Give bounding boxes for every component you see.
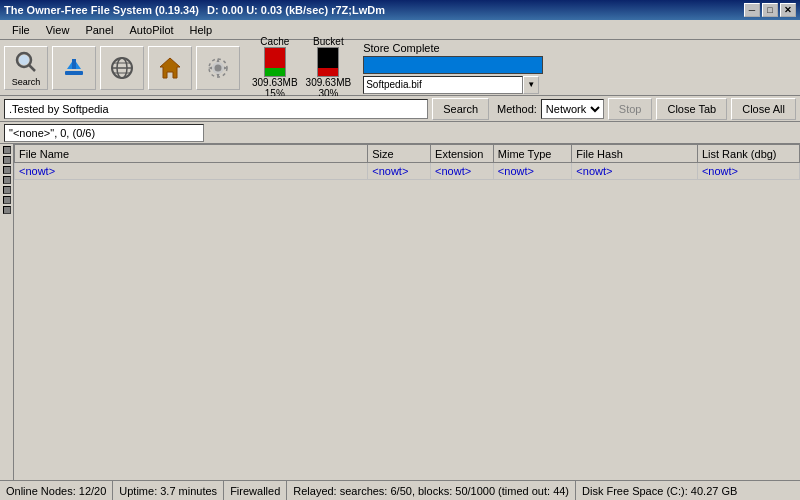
home-icon bbox=[157, 55, 183, 81]
method-label: Method: bbox=[497, 103, 537, 115]
status-uptime: Uptime: 3.7 minutes bbox=[113, 481, 224, 500]
cache-section: Cache 309.63MB 15% Bucket 309.63MB 30% bbox=[252, 36, 351, 99]
menu-panel[interactable]: Panel bbox=[77, 22, 121, 38]
search-button[interactable]: Search bbox=[432, 98, 489, 120]
stop-button[interactable]: Stop bbox=[608, 98, 653, 120]
status-bar: Online Nodes: 12/20 Uptime: 3.7 minutes … bbox=[0, 480, 800, 500]
col-header-size[interactable]: Size bbox=[368, 145, 431, 163]
globe-icon bbox=[109, 55, 135, 81]
method-select[interactable]: Network Local Both bbox=[541, 99, 604, 119]
sidebar-indicator-4 bbox=[3, 176, 11, 184]
menu-file[interactable]: File bbox=[4, 22, 38, 38]
title-bar-controls: ─ □ ✕ bbox=[744, 3, 796, 17]
svg-point-2 bbox=[19, 55, 29, 65]
title-bar: The Owner-Free File System (0.19.34) D: … bbox=[0, 0, 800, 20]
toolbar: Search bbox=[0, 40, 800, 96]
search-row: Search Method: Network Local Both Stop C… bbox=[0, 96, 800, 122]
col-header-filename[interactable]: File Name bbox=[15, 145, 368, 163]
toolbar-search-button[interactable]: Search bbox=[4, 46, 48, 90]
file-table-body: <nowt> <nowt> <nowt> <nowt> <nowt> <nowt… bbox=[15, 163, 800, 180]
toolbar-home-button[interactable] bbox=[148, 46, 192, 90]
cell-filename: <nowt> bbox=[15, 163, 368, 180]
cell-mime: <nowt> bbox=[493, 163, 572, 180]
menu-view[interactable]: View bbox=[38, 22, 78, 38]
store-dropdown-button[interactable]: ▼ bbox=[523, 76, 539, 94]
sidebar-indicator-1 bbox=[3, 146, 11, 154]
cache-bar bbox=[264, 47, 286, 77]
svg-point-15 bbox=[215, 64, 222, 71]
menu-autopilot[interactable]: AutoPilot bbox=[122, 22, 182, 38]
bucket-bar bbox=[317, 47, 339, 77]
sidebar-indicator-2 bbox=[3, 156, 11, 164]
svg-marker-11 bbox=[160, 58, 180, 78]
file-table: File Name Size Extension Mime Type File … bbox=[14, 144, 800, 180]
menu-bar: File View Panel AutoPilot Help bbox=[0, 20, 800, 40]
store-label: Store Complete bbox=[363, 42, 543, 54]
close-tab-button[interactable]: Close Tab bbox=[656, 98, 727, 120]
gear-icon bbox=[205, 55, 231, 81]
title-bar-left: The Owner-Free File System (0.19.34) D: … bbox=[4, 4, 385, 16]
cache-label: Cache bbox=[260, 36, 289, 47]
main-content: File Name Size Extension Mime Type File … bbox=[14, 144, 800, 480]
toolbar-download-button[interactable] bbox=[52, 46, 96, 90]
maximize-button[interactable]: □ bbox=[762, 3, 778, 17]
store-progress-bar bbox=[363, 56, 543, 74]
cell-extension: <nowt> bbox=[431, 163, 494, 180]
svg-line-1 bbox=[29, 65, 35, 71]
cell-hash: <nowt> bbox=[572, 163, 698, 180]
main-area: File Name Size Extension Mime Type File … bbox=[0, 144, 800, 480]
bucket-label: Bucket bbox=[313, 36, 344, 47]
table-row: <nowt> <nowt> <nowt> <nowt> <nowt> <nowt… bbox=[15, 163, 800, 180]
col-header-extension[interactable]: Extension bbox=[431, 145, 494, 163]
status-disk: Disk Free Space (C:): 40.27 GB bbox=[576, 481, 800, 500]
minimize-button[interactable]: ─ bbox=[744, 3, 760, 17]
cell-size: <nowt> bbox=[368, 163, 431, 180]
cache-size: 309.63MB bbox=[252, 77, 298, 88]
status-nodes: Online Nodes: 12/20 bbox=[0, 481, 113, 500]
bucket-size: 309.63MB bbox=[306, 77, 352, 88]
col-header-rank[interactable]: List Rank (dbg) bbox=[697, 145, 799, 163]
status-relayed: Relayed: searches: 6/50, blocks: 50/1000… bbox=[287, 481, 576, 500]
toolbar-settings-button[interactable] bbox=[196, 46, 240, 90]
store-dropdown: ▼ bbox=[363, 76, 543, 94]
col-header-mime[interactable]: Mime Type bbox=[493, 145, 572, 163]
search-icon bbox=[13, 49, 39, 75]
dropdown-arrow-icon: ▼ bbox=[527, 80, 535, 89]
close-all-button[interactable]: Close All bbox=[731, 98, 796, 120]
svg-rect-5 bbox=[72, 59, 76, 69]
sidebar-indicator-7 bbox=[3, 206, 11, 214]
sidebar-indicator-3 bbox=[3, 166, 11, 174]
toolbar-globe-button[interactable] bbox=[100, 46, 144, 90]
svg-rect-3 bbox=[65, 71, 83, 75]
col-header-hash[interactable]: File Hash bbox=[572, 145, 698, 163]
cell-rank: <nowt> bbox=[697, 163, 799, 180]
sidebar-indicator-5 bbox=[3, 186, 11, 194]
left-sidebar bbox=[0, 144, 14, 480]
title-stats: D: 0.00 U: 0.03 (kB/sec) r7Z;LwDm bbox=[207, 4, 385, 16]
store-filename-input[interactable] bbox=[363, 76, 523, 94]
search-input[interactable] bbox=[4, 99, 428, 119]
bucket-block: Bucket 309.63MB 30% bbox=[306, 36, 352, 99]
app-title: The Owner-Free File System (0.19.34) bbox=[4, 4, 199, 16]
cache-block: Cache 309.63MB 15% bbox=[252, 36, 298, 99]
close-window-button[interactable]: ✕ bbox=[780, 3, 796, 17]
expression-bar bbox=[0, 122, 800, 144]
search-btn-label: Search bbox=[12, 77, 41, 87]
store-section: Store Complete ▼ bbox=[363, 42, 543, 94]
status-firewalled: Firewalled bbox=[224, 481, 287, 500]
menu-help[interactable]: Help bbox=[182, 22, 221, 38]
download-icon bbox=[61, 55, 87, 81]
sidebar-indicator-6 bbox=[3, 196, 11, 204]
expression-input[interactable] bbox=[4, 124, 204, 142]
